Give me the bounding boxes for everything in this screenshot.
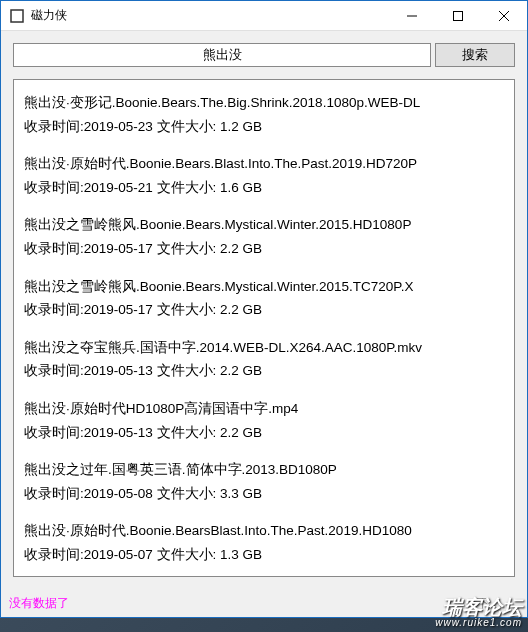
result-title: 熊出没之雪岭熊风.Boonie.Bears.Mystical.Winter.20…	[24, 276, 504, 298]
result-item[interactable]: 熊出没·原始时代HD1080P高清国语中字.mp4收录时间:2019-05-13…	[24, 392, 504, 453]
result-item[interactable]: 熊出没·原始时代.Boonie.Bears.Blast.Into.The.Pas…	[24, 147, 504, 208]
status-message: 没有数据了	[9, 595, 477, 612]
result-title: 熊出没·原始时代.Boonie.Bears.Blast.Into.The.Pas…	[24, 153, 504, 175]
result-item[interactable]: 熊出没·原始时代.Boonie.BearsBlast.Into.The.Past…	[24, 514, 504, 575]
search-input[interactable]	[13, 43, 431, 67]
result-meta: 收录时间:2019-05-17 文件大小: 2.2 GB	[24, 238, 504, 260]
result-item[interactable]: 熊出没之雪岭熊风.Boonie.Bears.Mystical.Winter.20…	[24, 270, 504, 331]
svg-rect-2	[454, 11, 463, 20]
maximize-button[interactable]	[435, 1, 481, 30]
result-title: 熊出没·原始时代.Boonie.BearsBlast.Into.The.Past…	[24, 520, 504, 542]
result-title: 熊出没·原始时代HD1080P高清国语中字.mp4	[24, 398, 504, 420]
app-window: 磁力侠 搜索 熊出没·变形记.Boonie.Bears.The.Big.Shri…	[0, 0, 528, 618]
result-meta: 收录时间:2019-05-17 文件大小: 2.2 GB	[24, 299, 504, 321]
search-row: 搜索	[13, 43, 515, 67]
result-item[interactable]: 熊出没之雪岭熊风.Boonie.Bears.Mystical.Winter.20…	[24, 208, 504, 269]
watermark: 瑞客论坛 www.ruike1.com	[435, 597, 522, 628]
result-item[interactable]: 熊出没之夺宝熊兵.国语中字.2014.WEB-DL.X264.AAC.1080P…	[24, 331, 504, 392]
result-meta: 收录时间:2019-05-21 文件大小: 1.6 GB	[24, 177, 504, 199]
minimize-button[interactable]	[389, 1, 435, 30]
watermark-sub: www.ruike1.com	[435, 618, 522, 628]
svg-rect-0	[11, 10, 23, 22]
result-title: 熊出没之雪岭熊风.Boonie.Bears.Mystical.Winter.20…	[24, 214, 504, 236]
result-title: 熊出没之夺宝熊兵.国语中字.2014.WEB-DL.X264.AAC.1080P…	[24, 337, 504, 359]
result-meta: 收录时间:2019-05-07 文件大小: 1.3 GB	[24, 544, 504, 566]
app-icon	[9, 8, 25, 24]
result-meta: 收录时间:2019-05-23 文件大小: 1.2 GB	[24, 116, 504, 138]
result-meta: 收录时间:2019-05-13 文件大小: 2.2 GB	[24, 422, 504, 444]
results-list[interactable]: 熊出没·变形记.Boonie.Bears.The.Big.Shrink.2018…	[13, 79, 515, 577]
watermark-main: 瑞客论坛	[442, 596, 522, 618]
window-title: 磁力侠	[31, 7, 389, 24]
result-title: 熊出没·变形记.Boonie.Bears.The.Big.Shrink.2018…	[24, 92, 504, 114]
close-button[interactable]	[481, 1, 527, 30]
window-controls	[389, 1, 527, 30]
result-meta: 收录时间:2019-05-13 文件大小: 2.2 GB	[24, 360, 504, 382]
search-button[interactable]: 搜索	[435, 43, 515, 67]
result-item[interactable]: 熊出没之过年.国粤英三语.简体中字.2013.BD1080P收录时间:2019-…	[24, 453, 504, 514]
result-meta: 收录时间:2019-05-08 文件大小: 3.3 GB	[24, 483, 504, 505]
result-title: 熊出没之过年.国粤英三语.简体中字.2013.BD1080P	[24, 459, 504, 481]
content-area: 搜索 熊出没·变形记.Boonie.Bears.The.Big.Shrink.2…	[1, 31, 527, 589]
titlebar[interactable]: 磁力侠	[1, 1, 527, 31]
result-item[interactable]: 熊出没·变形记.Boonie.Bears.The.Big.Shrink.2018…	[24, 86, 504, 147]
